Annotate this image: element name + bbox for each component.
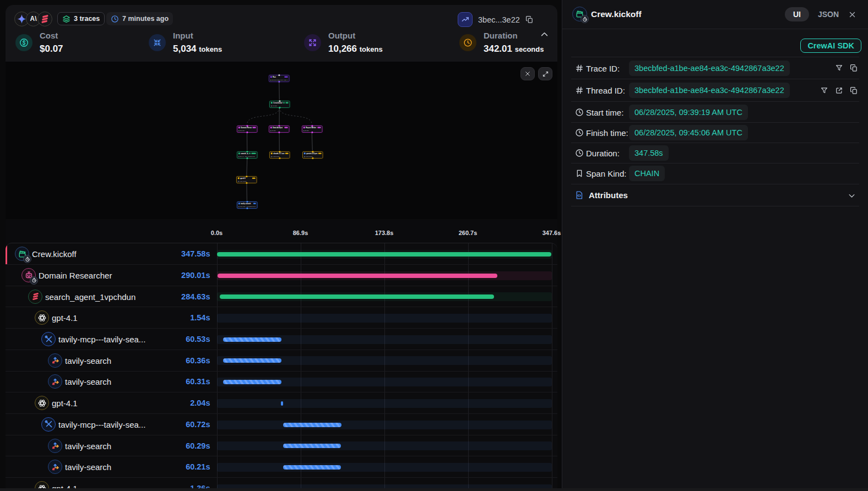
graph-node-gemini[interactable]: gemini-2.5-pro3,719 tokens	[302, 151, 323, 159]
graph-node-icon	[238, 127, 240, 128]
graph-node-title: Domain Research	[241, 127, 252, 129]
compress-icon	[149, 34, 166, 51]
span-row[interactable]: tavily-search60.29s	[6, 435, 557, 457]
span-row[interactable]: Domain Researcher290.01s	[6, 265, 557, 286]
graph-close-button[interactable]	[520, 67, 535, 80]
bottom-scrollbar[interactable]	[0, 488, 868, 491]
metric-suffix: tokens	[199, 45, 222, 53]
field-value: CHAIN	[629, 166, 665, 181]
span-bar[interactable]	[223, 337, 281, 342]
graph-node-box: Domain Research290.01s	[237, 126, 258, 133]
span-bar[interactable]	[283, 465, 341, 470]
graph-node-report[interactable]: Report Writer32.92s	[302, 126, 323, 133]
span-row[interactable]: tavily-search60.31s	[6, 372, 557, 393]
graph-node-title: tavily-search	[241, 203, 253, 205]
clock-icon	[575, 108, 584, 117]
graph-node-titlerow: Report Writer	[303, 127, 321, 129]
span-name: gpt-4.1	[52, 313, 78, 323]
span-row[interactable]: gpt-4.12.04s	[6, 392, 557, 414]
hash-icon	[575, 86, 584, 95]
graph-node-subtitle: 290.01s	[240, 130, 245, 132]
trace-chart-button[interactable]	[458, 12, 473, 27]
clock-icon	[574, 128, 584, 138]
axis-tick: 0.0s	[211, 230, 223, 236]
graph-node-subtitle-row: gpt-4.1 · tavily-search tools	[238, 155, 256, 157]
span-row[interactable]: gpt-4.11.54s	[6, 307, 557, 329]
chevron-down-icon[interactable]	[848, 192, 856, 202]
span-bar[interactable]	[283, 444, 341, 448]
graph-node-handle-top	[246, 201, 248, 203]
graph-node-icon	[270, 152, 272, 154]
axis-tick: 260.7s	[459, 230, 478, 236]
graph-node-crew[interactable]: Crew.kickoff347.58s	[269, 101, 290, 108]
graph-edge-run-crew	[279, 81, 280, 100]
tavily-icon	[48, 460, 62, 474]
metric-number: 342.01	[484, 43, 512, 54]
graph-node-pill	[253, 203, 256, 205]
span-row[interactable]: search_agent_1vpchdun284.63s	[6, 286, 557, 308]
graph-node-run[interactable]: Run3becbfed-a1be-ae84-ea3c-4942867a3e22	[269, 75, 290, 82]
span-duration: 60.36s	[186, 356, 210, 365]
span-name: Crew.kickoff	[32, 249, 77, 259]
span-row[interactable]: tavily-search60.36s	[6, 350, 557, 372]
tab-ui[interactable]: UI	[785, 7, 809, 21]
funnel-action-button[interactable]	[820, 86, 828, 95]
field-label: Thread ID:	[586, 86, 625, 95]
graph-node-gpt[interactable]: gpt-4.15,034 tokens	[236, 176, 257, 183]
graph-node-box: Report Writer32.92s	[302, 126, 323, 133]
field-actions	[820, 86, 858, 95]
span-bar[interactable]	[218, 274, 497, 278]
span-duration: 347.58s	[181, 249, 210, 258]
graph-node-claude[interactable]: claude-3.7-sonnet2,482 tokens	[269, 151, 290, 159]
graph-edge-crew-report	[279, 107, 312, 124]
trace-id-short: 3bec...3e22	[478, 15, 520, 24]
metric-output: Output10,266 tokens	[304, 31, 383, 54]
graph-fullscreen-button[interactable]	[538, 67, 552, 80]
span-bar[interactable]	[220, 294, 494, 299]
metric-label: Cost	[40, 31, 63, 40]
last-updated-chip[interactable]: 7 minutes ago	[106, 12, 173, 25]
span-row[interactable]: Crew.kickoff347.58s	[6, 243, 557, 265]
external-action-button[interactable]	[834, 86, 843, 95]
graph-edges	[6, 62, 557, 219]
traces-chip[interactable]: 3 traces	[57, 12, 105, 25]
graph-node-subtitle: gpt-4.1 · tavily-search tools	[240, 156, 256, 157]
graph-node-domain[interactable]: Domain Research290.01s	[237, 126, 258, 133]
selected-row-indicator	[6, 243, 7, 264]
span-bar[interactable]	[223, 358, 281, 363]
span-row[interactable]: tavily-mcp---tavily-sea...60.53s	[6, 329, 557, 350]
field-label: Start time:	[586, 107, 623, 117]
copy-action-button[interactable]	[849, 86, 858, 95]
span-bar[interactable]	[217, 252, 552, 257]
attributes-section-header[interactable]: Attributes	[571, 184, 859, 206]
span-bar[interactable]	[281, 401, 284, 406]
panel-close-button[interactable]	[847, 9, 858, 20]
tab-json[interactable]: JSON	[815, 7, 842, 21]
graph-node-titlerow: Crew.kickoff	[270, 102, 288, 104]
metric-suffix: seconds	[515, 45, 544, 53]
graph-node-search[interactable]: search_agengpt-4.1 · tavily-search tools	[237, 151, 258, 159]
span-bar[interactable]	[283, 423, 341, 427]
span-name: Domain Researcher	[39, 270, 112, 280]
chevron-down-icon	[848, 192, 856, 200]
stopwatch-badge-icon	[30, 276, 38, 285]
metric-cost: Cost$0.07	[15, 31, 63, 53]
graph-node-data[interactable]: Data Analyst21.30s	[269, 126, 290, 133]
graph-node-tavily[interactable]: tavily-searchtavily-mcp · 2 searches que…	[237, 201, 258, 209]
funnel-icon	[820, 86, 828, 95]
copy-trace-id-button[interactable]	[525, 15, 534, 24]
graph-node-icon	[303, 152, 305, 154]
field-value: 3becbfed-a1be-ae84-ea3c-4942867a3e22	[629, 61, 790, 76]
stopwatch-badge-icon	[581, 15, 589, 23]
expand-icon	[304, 34, 321, 51]
funnel-action-button[interactable]	[834, 64, 843, 73]
span-row[interactable]: tavily-mcp---tavily-sea...60.72s	[6, 414, 557, 435]
graph-node-subicon	[270, 156, 272, 157]
span-bar[interactable]	[223, 380, 281, 384]
graph-node-handle-bottom	[246, 157, 248, 159]
graph-node-subtitle: 3becbfed-a1be-ae84-ea3c-4942867a3e22	[272, 79, 288, 81]
copy-action-button[interactable]	[849, 64, 858, 73]
agent-graph-canvas[interactable]: Run3becbfed-a1be-ae84-ea3c-4942867a3e22C…	[6, 62, 557, 219]
crewai-icon	[40, 14, 50, 24]
span-row[interactable]: tavily-search60.21s	[6, 456, 557, 478]
